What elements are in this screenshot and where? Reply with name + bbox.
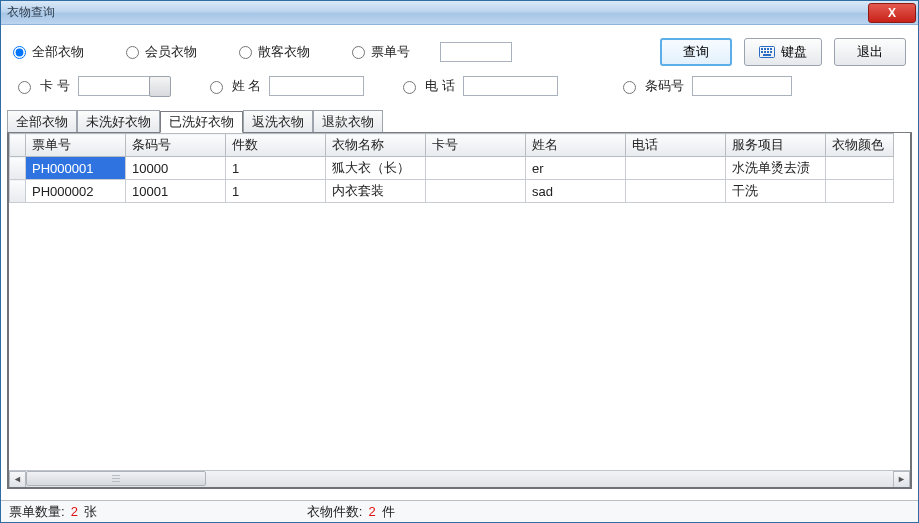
svg-rect-5 [761,51,763,53]
col-0[interactable]: 票单号 [26,134,126,157]
cell[interactable]: PH000002 [26,180,126,203]
item-count-unit: 件 [382,503,395,521]
radio-all[interactable]: 全部衣物 [13,43,84,61]
cell[interactable]: 狐大衣（长） [326,157,426,180]
svg-rect-9 [763,54,771,56]
radio-barcode-input[interactable] [623,81,636,94]
cell[interactable] [826,180,894,203]
table-row[interactable]: PH000001100001狐大衣（长）er水洗单烫去渍 [10,157,894,180]
col-7[interactable]: 服务项目 [726,134,826,157]
ticket-count-unit: 张 [84,503,97,521]
card-input[interactable] [78,76,150,96]
radio-all-label: 全部衣物 [32,43,84,61]
svg-rect-6 [764,51,766,53]
col-6[interactable]: 电话 [626,134,726,157]
cell[interactable]: sad [526,180,626,203]
radio-member-input[interactable] [126,46,139,59]
tab-4[interactable]: 退款衣物 [313,110,383,132]
results-table: 票单号条码号件数衣物名称卡号姓名电话服务项目衣物颜色 PH00000110000… [9,133,894,203]
close-button[interactable]: X [868,3,916,23]
keyboard-button[interactable]: 键盘 [744,38,822,66]
name-input[interactable] [269,76,364,96]
item-count-label: 衣物件数: [307,503,363,521]
scroll-left-button[interactable]: ◄ [9,471,26,488]
row-header [10,180,26,203]
tab-strip: 全部衣物未洗好衣物已洗好衣物返洗衣物退款衣物 [7,111,912,133]
phone-input[interactable] [463,76,558,96]
barcode-group: 条码号 [618,76,792,96]
titlebar: 衣物查询 X [1,1,918,25]
h-scrollbar[interactable]: ◄ ► [9,470,910,487]
item-count-value: 2 [368,504,375,519]
col-8[interactable]: 衣物颜色 [826,134,894,157]
phone-label: 电 话 [425,77,455,95]
filter-row-2: 卡 号 姓 名 电 话 条码号 [13,69,906,103]
svg-rect-8 [770,51,772,53]
radio-all-input[interactable] [13,46,26,59]
col-2[interactable]: 件数 [226,134,326,157]
tab-2[interactable]: 已洗好衣物 [160,111,243,133]
svg-rect-2 [764,48,766,50]
cell[interactable] [426,180,526,203]
name-group: 姓 名 [205,76,365,96]
row-header-col [10,134,26,157]
window-title: 衣物查询 [7,4,55,21]
status-ticket-count: 票单数量: 2 张 [9,503,97,521]
cell[interactable]: 10000 [126,157,226,180]
radio-ticket-label: 票单号 [371,43,410,61]
cell[interactable]: 1 [226,180,326,203]
radio-phone-input[interactable] [403,81,416,94]
keyboard-button-label: 键盘 [781,43,807,61]
cell[interactable]: PH000001 [26,157,126,180]
ticket-input[interactable] [440,42,512,62]
exit-button-label: 退出 [857,43,883,61]
radio-name-input[interactable] [210,81,223,94]
svg-rect-4 [770,48,772,50]
scroll-track[interactable] [26,471,893,488]
radio-member[interactable]: 会员衣物 [126,43,197,61]
barcode-input[interactable] [692,76,792,96]
cell[interactable] [626,180,726,203]
filter-panel: 全部衣物 会员衣物 散客衣物 票单号 查询 [1,25,918,111]
query-button[interactable]: 查询 [660,38,732,66]
scroll-thumb[interactable] [26,471,206,486]
tab-0[interactable]: 全部衣物 [7,110,77,132]
keyboard-icon [759,46,775,58]
barcode-label: 条码号 [645,77,684,95]
radio-ticket[interactable]: 票单号 [352,43,410,61]
svg-rect-1 [761,48,763,50]
cell[interactable] [426,157,526,180]
card-browse-button[interactable] [149,76,171,97]
cell[interactable]: er [526,157,626,180]
name-label: 姓 名 [232,77,262,95]
col-5[interactable]: 姓名 [526,134,626,157]
ticket-count-value: 2 [71,504,78,519]
cell[interactable]: 水洗单烫去渍 [726,157,826,180]
cell[interactable] [826,157,894,180]
cell[interactable] [626,157,726,180]
radio-card-input[interactable] [18,81,31,94]
ticket-count-label: 票单数量: [9,503,65,521]
tab-1[interactable]: 未洗好衣物 [77,110,160,132]
radio-guest[interactable]: 散客衣物 [239,43,310,61]
cell[interactable]: 1 [226,157,326,180]
radio-guest-input[interactable] [239,46,252,59]
phone-group: 电 话 [398,76,558,96]
row-header [10,157,26,180]
radio-guest-label: 散客衣物 [258,43,310,61]
close-icon: X [888,6,896,20]
scroll-right-button[interactable]: ► [893,471,910,488]
status-bar: 票单数量: 2 张 衣物件数: 2 件 [1,500,918,522]
col-1[interactable]: 条码号 [126,134,226,157]
cell[interactable]: 10001 [126,180,226,203]
query-button-label: 查询 [683,43,709,61]
col-3[interactable]: 衣物名称 [326,134,426,157]
exit-button[interactable]: 退出 [834,38,906,66]
cell[interactable]: 内衣套装 [326,180,426,203]
tab-3[interactable]: 返洗衣物 [243,110,313,132]
radio-ticket-input[interactable] [352,46,365,59]
table-row[interactable]: PH000002100011内衣套装sad干洗 [10,180,894,203]
col-4[interactable]: 卡号 [426,134,526,157]
cell[interactable]: 干洗 [726,180,826,203]
radio-member-label: 会员衣物 [145,43,197,61]
